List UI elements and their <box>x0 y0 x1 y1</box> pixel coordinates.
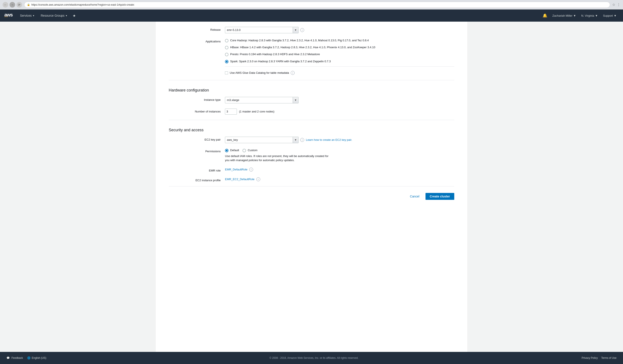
footer: 💬 Feedback 🌐 English (US) © 2008 - 2018,… <box>0 352 623 364</box>
chat-icon: 💬 <box>6 356 10 360</box>
permissions-custom-option[interactable]: Custom <box>243 148 257 152</box>
instance-type-select[interactable]: m3.xlarge ▼ <box>225 97 299 103</box>
release-select[interactable]: emr-5.13.0 ▼ <box>225 27 299 33</box>
permissions-default-option[interactable]: Default <box>225 148 239 152</box>
app-radio-2[interactable] <box>225 46 228 49</box>
services-caret-icon: ▼ <box>32 15 35 17</box>
ec2-keypair-field: aws_key ▼ i Learn how to create an EC2 k… <box>225 137 454 143</box>
address-bar[interactable]: 🔒 https://console.aws.amazon.com/elastic… <box>24 2 610 8</box>
ec2-keypair-arrow[interactable]: ▼ <box>293 137 298 143</box>
security-divider <box>169 120 454 120</box>
instance-note: (1 master and 2 core nodes) <box>239 110 274 113</box>
instance-type-arrow[interactable]: ▼ <box>293 97 298 103</box>
app-radio-3[interactable] <box>225 53 228 56</box>
aws-logo-text: aws <box>4 12 13 18</box>
feedback-label: Feedback <box>11 356 23 360</box>
instance-type-text: m3.xlarge <box>225 97 293 103</box>
permissions-custom-radio[interactable] <box>243 149 246 152</box>
applications-field: Core Hadoop: Hadoop 2.8.3 with Ganglia 3… <box>225 39 454 75</box>
ec2-profile-row: EC2 instance profile EMR_EC2_DefaultRole… <box>169 176 454 183</box>
app-label-4: Spark: Spark 2.3.0 on Hadoop 2.8.3 YARN … <box>230 60 331 63</box>
num-instances-label: Number of instances <box>169 108 225 113</box>
applications-row: Applications Core Hadoop: Hadoop 2.8.3 w… <box>169 38 454 76</box>
instance-type-row: Instance type m3.xlarge ▼ <box>169 96 454 104</box>
bookmark-button[interactable]: ☆ <box>612 3 615 7</box>
glue-checkbox-row[interactable]: Use AWS Glue Data Catalog for table meta… <box>225 71 454 75</box>
emr-role-field: EMR_DefaultRole i <box>225 168 454 171</box>
permissions-label: Permissions <box>169 148 225 153</box>
app-option-2[interactable]: HBase: HBase 1.4.2 with Ganglia 3.7.2, H… <box>225 45 454 49</box>
support-label: Support <box>603 14 613 17</box>
forward-button[interactable]: → <box>9 2 15 8</box>
language-label: English (US) <box>32 356 46 360</box>
ec2-keypair-select[interactable]: aws_key ▼ <box>225 137 299 143</box>
app-option-3[interactable]: Presto: Presto 0.194 with Hadoop 2.8.3 H… <box>225 52 454 56</box>
url-text: https://console.aws.amazon.com/elasticma… <box>31 3 607 6</box>
bell-button[interactable]: 🔔 <box>540 10 549 22</box>
release-info-icon[interactable]: i <box>300 28 304 32</box>
num-instances-input[interactable] <box>225 108 237 115</box>
app-option-4[interactable]: Spark: Spark 2.3.0 on Hadoop 2.8.3 YARN … <box>225 60 454 63</box>
app-radio-4[interactable] <box>225 60 228 63</box>
ec2-keypair-info-icon[interactable]: i <box>300 138 304 142</box>
ec2-profile-link[interactable]: EMR_EC2_DefaultRole <box>225 178 255 181</box>
release-select-arrow[interactable]: ▼ <box>293 27 298 33</box>
footer-copyright: © 2008 - 2018, Amazon Web Services, Inc.… <box>46 356 582 360</box>
emr-role-row: EMR role EMR_DefaultRole i <box>169 167 454 173</box>
create-cluster-button[interactable]: Create cluster <box>425 193 454 200</box>
glue-checkbox-label: Use AWS Glue Data Catalog for table meta… <box>230 71 289 74</box>
browser-bar: ← → ⟳ 🔒 https://console.aws.amazon.com/e… <box>0 0 623 10</box>
resource-groups-label: Resource Groups <box>41 14 65 17</box>
app-option-1[interactable]: Core Hadoop: Hadoop 2.8.3 with Ganglia 3… <box>225 39 454 43</box>
privacy-policy-link[interactable]: Privacy Policy <box>582 356 598 360</box>
permissions-default-label: Default <box>230 148 239 152</box>
app-label-3: Presto: Presto 0.194 with Hadoop 2.8.3 H… <box>230 52 320 56</box>
num-instances-field: (1 master and 2 core nodes) <box>225 108 454 115</box>
ec2-keypair-label: EC2 key pair <box>169 137 225 141</box>
app-radio-1[interactable] <box>225 39 228 43</box>
aws-navbar: aws ⁀⁀ Services ▼ Resource Groups ▼ ★ 🔔 … <box>0 10 623 22</box>
learn-keypair-link[interactable]: Learn how to create an EC2 key pair. <box>306 138 352 141</box>
emr-role-label: EMR role <box>169 168 225 172</box>
services-nav-item[interactable]: Services ▼ <box>17 10 38 22</box>
app-separator <box>225 66 454 67</box>
feedback-button[interactable]: 💬 Feedback <box>6 356 23 360</box>
user-name: Zachariah Miller <box>553 14 572 17</box>
reload-button[interactable]: ⟳ <box>16 2 22 8</box>
cancel-button[interactable]: Cancel <box>406 193 423 200</box>
favorites-button[interactable]: ★ <box>70 14 78 18</box>
ec2-keypair-row: EC2 key pair aws_key ▼ i Learn how to cr… <box>169 136 454 144</box>
support-caret-icon: ▼ <box>614 14 617 17</box>
ec2-profile-info-icon[interactable]: i <box>256 177 260 181</box>
resource-groups-nav-item[interactable]: Resource Groups ▼ <box>38 10 70 22</box>
ec2-profile-label: EC2 instance profile <box>169 177 225 182</box>
support-menu-button[interactable]: Support ▼ <box>601 10 619 22</box>
num-instances-row: Number of instances (1 master and 2 core… <box>169 108 454 115</box>
form-actions: Cancel Create cluster <box>169 186 454 204</box>
extensions-button[interactable]: ⋮ <box>617 3 621 7</box>
glue-checkbox[interactable] <box>225 71 228 74</box>
emr-role-link[interactable]: EMR_DefaultRole <box>225 168 247 171</box>
globe-icon: 🌐 <box>27 356 30 360</box>
release-select-text: emr-5.13.0 <box>225 27 293 33</box>
app-label-2: HBase: HBase 1.4.2 with Ganglia 3.7.2, H… <box>230 45 375 49</box>
region-caret-icon: ▼ <box>595 14 598 17</box>
back-button[interactable]: ← <box>2 2 8 8</box>
permissions-row: Permissions Default Custom Use default I… <box>169 148 454 163</box>
permissions-field: Default Custom Use default IAM roles. If… <box>225 148 454 162</box>
region-name: N. Virginia <box>581 14 594 17</box>
ec2-keypair-text: aws_key <box>225 137 293 143</box>
emr-role-info-icon[interactable]: i <box>249 168 253 171</box>
release-field: emr-5.13.0 ▼ i <box>225 27 454 33</box>
language-selector[interactable]: 🌐 English (US) <box>27 356 46 360</box>
region-menu-button[interactable]: N. Virginia ▼ <box>579 10 600 22</box>
aws-logo: aws ⁀⁀ <box>4 12 13 19</box>
instance-type-label: Instance type <box>169 97 225 101</box>
user-menu-button[interactable]: Zachariah Miller ▼ <box>550 10 578 22</box>
main-content: Release emr-5.13.0 ▼ i Applications Core… <box>156 22 467 352</box>
permissions-custom-label: Custom <box>248 148 257 152</box>
terms-of-use-link[interactable]: Terms of Use <box>601 356 617 360</box>
glue-info-icon[interactable]: i <box>291 71 295 75</box>
resource-groups-caret-icon: ▼ <box>65 15 67 17</box>
permissions-default-radio[interactable] <box>225 149 228 152</box>
